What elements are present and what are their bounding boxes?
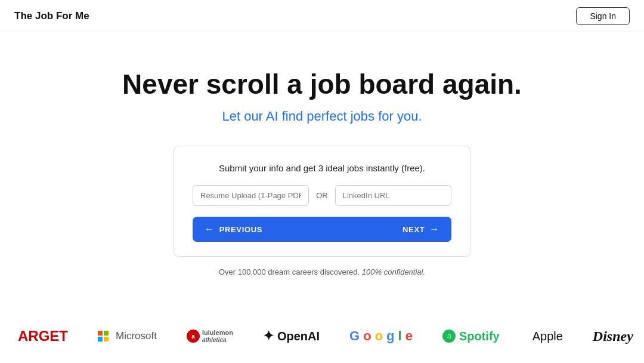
navigation-bar: PREVIOUS NEXT bbox=[193, 217, 451, 242]
logo-track: ARGET Microsoft a lululemonathletica ✦ O… bbox=[0, 318, 644, 354]
footer-note: Over 100,000 dream careers discovered. 1… bbox=[219, 267, 425, 276]
brand-spotify-1: ♫ Spotify bbox=[442, 330, 500, 343]
previous-button[interactable]: PREVIOUS bbox=[205, 224, 262, 235]
arrow-left-icon bbox=[205, 224, 215, 235]
spotify-icon: ♫ bbox=[442, 330, 456, 343]
lulu-label: lululemonathletica bbox=[202, 329, 233, 343]
sign-in-button[interactable]: Sign In bbox=[576, 7, 630, 25]
linkedin-url-input[interactable] bbox=[335, 185, 451, 206]
logo: The Job For Me bbox=[14, 10, 89, 22]
resume-upload-input[interactable] bbox=[193, 185, 309, 206]
previous-label: PREVIOUS bbox=[219, 225, 262, 234]
submission-card: Submit your info and get 3 ideal jobs in… bbox=[173, 146, 471, 257]
apple-label: Apple bbox=[532, 330, 563, 343]
brand-logo-strip: ARGET Microsoft a lululemonathletica ✦ O… bbox=[0, 318, 644, 354]
microsoft-icon bbox=[98, 331, 109, 342]
brand-openai-1: ✦ OpenAI bbox=[263, 328, 320, 344]
input-row: OR bbox=[193, 185, 451, 206]
brand-apple-1: Apple bbox=[530, 330, 563, 343]
next-button[interactable]: NEXT bbox=[402, 224, 439, 235]
next-label: NEXT bbox=[402, 225, 425, 234]
card-description: Submit your info and get 3 ideal jobs in… bbox=[193, 163, 451, 173]
brand-disney-1: Disney bbox=[593, 328, 633, 344]
openai-label: OpenAI bbox=[277, 330, 320, 343]
hero-section: Never scroll a job board again. Let our … bbox=[0, 32, 644, 294]
header: The Job For Me Sign In bbox=[0, 0, 644, 32]
brand-target-partial: ARGET bbox=[18, 328, 68, 344]
spotify-label: Spotify bbox=[459, 330, 500, 343]
lulu-icon: a bbox=[187, 330, 200, 343]
or-divider: OR bbox=[316, 191, 328, 200]
hero-subtitle: Let our AI find perfect jobs for you. bbox=[222, 109, 422, 124]
hero-title: Never scroll a job board again. bbox=[122, 68, 522, 100]
brand-microsoft-1: Microsoft bbox=[98, 330, 157, 342]
brand-google-1: Google bbox=[349, 328, 413, 344]
openai-icon: ✦ bbox=[263, 328, 274, 344]
microsoft-label: Microsoft bbox=[116, 330, 157, 342]
disney-label: Disney bbox=[593, 328, 633, 344]
arrow-right-icon bbox=[429, 224, 439, 235]
brand-lululemon-1: a lululemonathletica bbox=[187, 329, 233, 343]
